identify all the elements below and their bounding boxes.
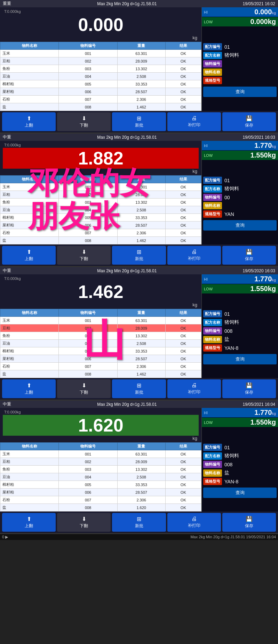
action-button-3[interactable]: 🖨补打印 xyxy=(167,112,221,131)
action-button-4[interactable]: 💾保存 xyxy=(222,513,276,532)
material-weight: 13.302 xyxy=(117,466,165,473)
query-button[interactable]: 查询 xyxy=(203,488,277,498)
table-header: 物料名称 xyxy=(0,443,59,450)
info-label: 配方名称 xyxy=(203,52,222,59)
query-button[interactable]: 查询 xyxy=(203,220,277,231)
action-button-0[interactable]: ⬆上翻 xyxy=(2,513,56,532)
table-header: 重量 xyxy=(117,42,165,50)
material-code: 008 xyxy=(59,370,117,378)
table-header: 物料编号 xyxy=(59,176,117,183)
hi-label: HI xyxy=(204,411,208,415)
info-row-3: 物料名称盐 xyxy=(203,336,277,343)
weight-area: T:0.000kg0.000kg HI 0.000kg LOW 0.000kg xyxy=(0,7,278,42)
table-row[interactable]: 玉米00163.301OK xyxy=(0,183,201,191)
material-code: 003 xyxy=(59,65,117,73)
material-name: 鱼粉 xyxy=(0,466,59,473)
table-row[interactable]: 盐0081.462OK xyxy=(0,370,201,378)
action-button-1[interactable]: ⬇下翻 xyxy=(57,379,111,398)
material-weight: 1.462 xyxy=(117,370,165,378)
table-row[interactable]: 棉籽粕00533.353OK xyxy=(0,214,201,222)
table-row[interactable]: 盐0081.462OK xyxy=(0,237,201,244)
material-name: 盐 xyxy=(0,103,59,111)
material-name: 鱼粉 xyxy=(0,65,59,73)
table-row[interactable]: 菜籽粕00628.507OK xyxy=(0,355,201,363)
action-button-4[interactable]: 💾保存 xyxy=(222,246,276,265)
action-button-2[interactable]: ⊞新批 xyxy=(112,379,166,398)
table-row[interactable]: 玉米00163.301OK xyxy=(0,450,201,458)
action-button-0[interactable]: ⬆上翻 xyxy=(2,246,56,265)
table-row[interactable]: 菜籽粕00628.507OK xyxy=(0,88,201,96)
table-row[interactable]: 豆粕00228.009OK xyxy=(0,324,201,332)
action-button-4[interactable]: 💾保存 xyxy=(222,379,276,398)
material-result: OK xyxy=(165,222,201,229)
table-row[interactable]: 石粉0072.306OK xyxy=(0,363,201,370)
info-value xyxy=(223,205,277,207)
material-result: OK xyxy=(165,237,201,244)
info-value: YAN-8 xyxy=(223,478,277,485)
table-row[interactable]: 棉籽粕00533.353OK xyxy=(0,347,201,355)
action-button-2[interactable]: ⊞新批 xyxy=(112,513,166,532)
material-weight: 2.508 xyxy=(117,206,165,214)
hi-row: HI 0.000kg xyxy=(202,7,278,17)
material-name: 豆油 xyxy=(0,473,59,481)
table-row[interactable]: 菜籽粕00628.507OK xyxy=(0,489,201,496)
button-icon: ⬇ xyxy=(82,249,86,255)
action-button-1[interactable]: ⬇下翻 xyxy=(57,246,111,265)
table-row[interactable]: 菜籽粕00628.507OK xyxy=(0,222,201,229)
action-button-2[interactable]: ⊞新批 xyxy=(112,246,166,265)
table-row[interactable]: 豆油0042.508OK xyxy=(0,206,201,214)
table-row[interactable]: 石粉0072.306OK xyxy=(0,496,201,504)
main-content: 物料名称物料编号重量结果玉米00163.301OK豆粕00228.009OK鱼粉… xyxy=(0,309,278,378)
action-button-3[interactable]: 🖨补打印 xyxy=(167,379,221,398)
action-button-0[interactable]: ⬆上翻 xyxy=(2,112,56,131)
data-table: 物料名称物料编号重量结果玉米00163.301OK豆粕00228.009OK鱼粉… xyxy=(0,442,201,512)
material-weight: 13.302 xyxy=(117,332,165,340)
material-code: 002 xyxy=(59,324,117,332)
weight-area: T:0.000kg1.462kg HI 1.770kg LOW 1.550kg xyxy=(0,274,278,309)
material-code: 001 xyxy=(59,317,117,324)
material-code: 002 xyxy=(59,57,117,65)
material-code: 007 xyxy=(59,496,117,504)
table-row[interactable]: 棉籽粕00533.353OK xyxy=(0,481,201,489)
button-label: 保存 xyxy=(245,122,253,128)
table-row[interactable]: 豆油0042.508OK xyxy=(0,73,201,80)
action-button-3[interactable]: 🖨补打印 xyxy=(167,246,221,265)
table-row[interactable]: 棉籽粕00533.353OK xyxy=(0,80,201,88)
action-button-0[interactable]: ⬆上翻 xyxy=(2,379,56,398)
action-button-3[interactable]: 🖨补打印 xyxy=(167,513,221,532)
low-label: LOW xyxy=(204,287,213,291)
action-button-1[interactable]: ⬇下翻 xyxy=(57,112,111,131)
info-value: 01 xyxy=(223,444,277,451)
hi-low-panel: HI 0.000kg LOW 0.000kg xyxy=(201,7,278,42)
material-weight: 63.301 xyxy=(117,317,165,324)
material-name: 棉籽粕 xyxy=(0,214,59,222)
info-panel: 配方编号01配方名称猪饲料物料编号物料名称规格型号查询 xyxy=(201,42,278,111)
table-row[interactable]: 石粉0072.306OK xyxy=(0,229,201,237)
table-row[interactable]: 盐0081.462OK xyxy=(0,103,201,111)
status-center: Max 2kg Min 20g d=1g J1.58.01 xyxy=(97,1,157,6)
table-row[interactable]: 豆油0042.508OK xyxy=(0,473,201,481)
button-icon: ⬆ xyxy=(27,382,31,389)
table-row[interactable]: 鱼粉00313.302OK xyxy=(0,65,201,73)
table-row[interactable]: 豆粕00228.009OK xyxy=(0,458,201,466)
table-row[interactable]: 盐0081.620OK xyxy=(0,504,201,512)
action-button-1[interactable]: ⬇下翻 xyxy=(57,513,111,532)
query-button[interactable]: 查询 xyxy=(203,87,277,97)
table-row[interactable]: 鱼粉00313.302OK xyxy=(0,466,201,473)
button-icon: 💾 xyxy=(246,115,253,122)
table-row[interactable]: 鱼粉00313.302OK xyxy=(0,332,201,340)
material-result: OK xyxy=(165,57,201,65)
action-button-4[interactable]: 💾保存 xyxy=(222,112,276,131)
table-row[interactable]: 豆粕00228.009OK xyxy=(0,191,201,199)
table-row[interactable]: 石粉0072.306OK xyxy=(0,96,201,103)
table-row[interactable]: 豆粕00228.009OK xyxy=(0,57,201,65)
table-row[interactable]: 鱼粉00313.302OK xyxy=(0,199,201,206)
table-row[interactable]: 豆油0042.508OK xyxy=(0,340,201,347)
low-label: LOW xyxy=(204,153,213,158)
table-row[interactable]: 玉米00163.301OK xyxy=(0,50,201,57)
action-button-2[interactable]: ⊞新批 xyxy=(112,112,166,131)
material-name: 豆油 xyxy=(0,73,59,80)
table-row[interactable]: 玉米00163.301OK xyxy=(0,317,201,324)
query-button[interactable]: 查询 xyxy=(203,354,277,364)
material-result: OK xyxy=(165,496,201,504)
